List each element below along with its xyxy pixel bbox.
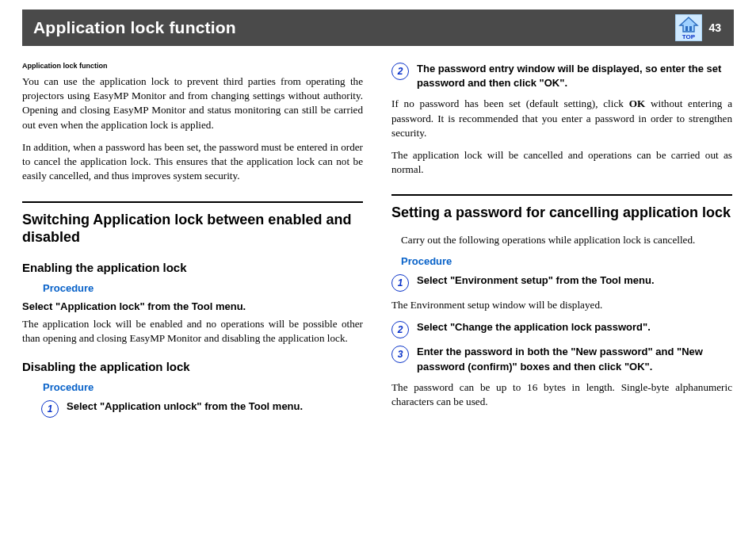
enable-step-heading: Select "Application lock" from the Tool … <box>22 300 363 312</box>
left-column: Application lock function You can use th… <box>22 62 363 424</box>
step-text: Enter the password in both the "New pass… <box>417 345 732 373</box>
disable-step-1: 1 Select "Application unlock" from the T… <box>41 399 363 418</box>
step-text: Select "Environment setup" from the Tool… <box>417 273 655 288</box>
step-number-icon: 2 <box>391 321 409 338</box>
section-switching: Switching Application lock between enabl… <box>22 211 363 246</box>
top-icon[interactable]: TOP <box>675 14 702 41</box>
subsection-disable: Disabling the application lock <box>22 360 363 373</box>
step-number-icon: 2 <box>391 63 409 80</box>
intro-paragraph-2: In addition, when a password has been se… <box>22 140 363 184</box>
disable-step-2: 2 The password entry window will be disp… <box>391 62 732 90</box>
step-text: Select "Change the application lock pass… <box>417 320 651 334</box>
header-right: TOP 43 <box>675 14 721 41</box>
subsection-enable: Enabling the application lock <box>22 261 363 274</box>
svg-rect-2 <box>685 26 688 31</box>
note-prefix: If no password has been set (default set… <box>391 97 629 109</box>
note-no-password: If no password has been set (default set… <box>391 97 732 140</box>
section-rule <box>22 201 363 203</box>
intro-paragraph-1: You can use the application lock to prev… <box>22 75 363 132</box>
enable-text: The application lock will be enabled and… <box>22 317 363 346</box>
setpw-step-3: 3 Enter the password in both the "New pa… <box>391 345 732 373</box>
breadcrumb: Application lock function <box>22 62 363 70</box>
note-cancelled: The application lock will be cancelled a… <box>391 148 732 177</box>
step1-note: The Environment setup window will be dis… <box>391 298 732 312</box>
step-number-icon: 1 <box>391 274 409 292</box>
svg-rect-3 <box>689 26 692 31</box>
procedure-label: Procedure <box>43 282 363 294</box>
svg-text:TOP: TOP <box>682 33 696 40</box>
step-text: The password entry window will be displa… <box>417 62 732 90</box>
procedure-label: Procedure <box>401 255 732 267</box>
section-rule <box>391 194 732 196</box>
step-number-icon: 1 <box>41 400 59 418</box>
right-column: 2 The password entry window will be disp… <box>391 62 732 424</box>
section-set-password: Setting a password for cancelling applic… <box>391 204 732 222</box>
setpw-step-1: 1 Select "Environment setup" from the To… <box>391 273 732 292</box>
page-title: Application lock function <box>33 18 236 37</box>
step-text: Select "Application unlock" from the Too… <box>67 399 303 414</box>
page-number: 43 <box>708 21 721 34</box>
page-header: Application lock function TOP 43 <box>22 10 734 46</box>
step3-note: The password can be up to 16 bytes in le… <box>391 380 732 409</box>
step-number-icon: 3 <box>391 346 409 363</box>
setpw-step-2: 2 Select "Change the application lock pa… <box>391 320 732 338</box>
note-bold: OK <box>629 97 646 109</box>
set-password-intro: Carry out the following operations while… <box>401 233 732 247</box>
procedure-label: Procedure <box>43 381 363 393</box>
